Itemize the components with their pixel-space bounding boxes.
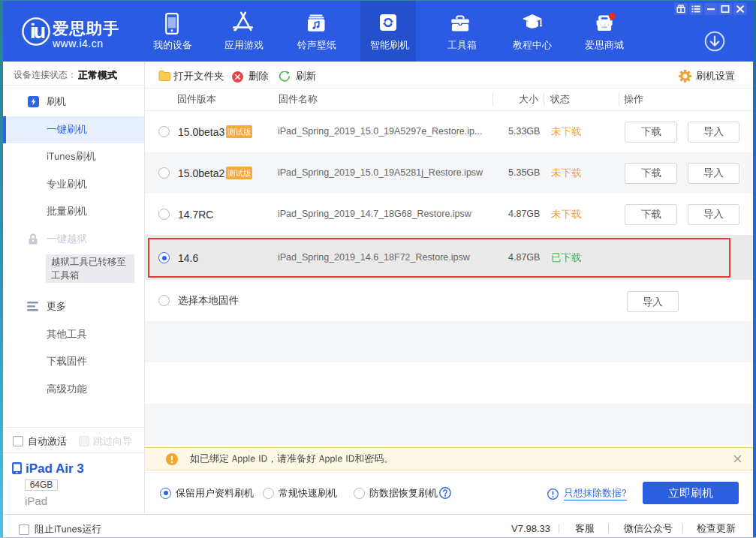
svg-text:iu: iu [30,20,45,43]
